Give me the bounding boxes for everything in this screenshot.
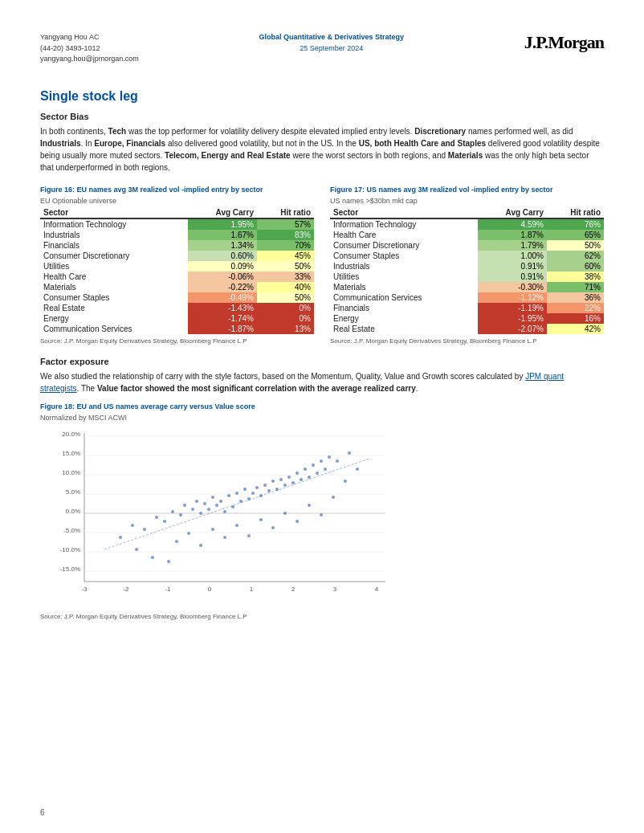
svg-point-76 [259, 518, 263, 521]
hit-ratio-cell: 62% [547, 251, 604, 261]
svg-text:4: 4 [375, 586, 379, 593]
sector-cell: Industrials [40, 230, 188, 240]
hit-ratio-cell: 13% [257, 324, 314, 334]
avg-carry-cell: 1.79% [478, 240, 547, 251]
svg-point-31 [171, 510, 174, 513]
hit-ratio-cell: 40% [257, 282, 314, 292]
avg-carry-cell: 0.60% [188, 251, 257, 261]
table-row: Communication Services-1.12%36% [330, 292, 604, 303]
sector-cell: Financials [40, 240, 188, 251]
sector-cell: Real Estate [330, 324, 478, 334]
f16-col-hit: Hit ratio [257, 207, 314, 218]
avg-carry-cell: -2.07% [478, 324, 547, 334]
svg-point-40 [215, 504, 218, 507]
sector-cell: Materials [330, 282, 478, 292]
table-row: Information Technology1.95%57% [40, 218, 314, 230]
svg-text:-1: -1 [165, 586, 171, 593]
table-row: Real Estate-2.07%42% [330, 324, 604, 334]
sector-cell: Energy [40, 313, 188, 324]
sector-cell: Real Estate [40, 303, 188, 313]
svg-point-78 [283, 512, 287, 515]
svg-point-29 [155, 516, 158, 519]
table-row: Financials-1.19%22% [330, 303, 604, 313]
department-name: Global Quantitative & Derivatives Strate… [259, 32, 404, 43]
table-row: Industrials0.91%60% [330, 261, 604, 272]
f17-col-avg: Avg Carry [478, 207, 547, 218]
hit-ratio-cell: 0% [257, 313, 314, 324]
svg-point-71 [199, 544, 202, 547]
svg-point-66 [320, 459, 323, 463]
svg-point-50 [255, 486, 259, 489]
avg-carry-cell: -1.43% [188, 303, 257, 313]
sector-cell: Consumer Staples [330, 251, 478, 261]
avg-carry-cell: -1.19% [478, 303, 547, 313]
f16-col-sector: Sector [40, 207, 188, 218]
sector-cell: Utilities [40, 261, 188, 272]
svg-point-30 [163, 520, 166, 523]
svg-point-63 [308, 476, 311, 479]
svg-point-54 [271, 480, 275, 483]
table-row: Real Estate-1.43%0% [40, 303, 314, 313]
svg-point-85 [167, 560, 170, 563]
svg-point-59 [291, 481, 295, 484]
table-row: Financials1.34%70% [40, 240, 314, 251]
section-title: Single stock leg [40, 89, 604, 104]
svg-point-47 [243, 488, 247, 491]
svg-point-41 [219, 500, 222, 503]
avg-carry-cell: -1.74% [188, 313, 257, 324]
table-row: Communication Services-1.87%13% [40, 324, 314, 334]
figure16-block: Figure 16: EU names avg 3M realized vol … [40, 186, 314, 345]
department-info: Global Quantitative & Derivatives Strate… [259, 32, 404, 54]
svg-point-77 [271, 526, 275, 529]
svg-point-58 [287, 476, 291, 479]
hit-ratio-cell: 60% [547, 261, 604, 272]
table-row: Consumer Discretionary1.79%50% [330, 240, 604, 251]
sector-bias-text: In both continents, Tech was the top per… [40, 125, 604, 174]
hit-ratio-cell: 42% [547, 324, 604, 334]
svg-point-61 [300, 478, 303, 481]
chart18-container: 20.0% 15.0% 10.0% 5.0% 0.0% -5.0% -10.0%… [40, 425, 393, 610]
svg-point-87 [135, 548, 138, 551]
hit-ratio-cell: 70% [257, 240, 314, 251]
svg-text:-3: -3 [81, 586, 88, 593]
avg-carry-cell: -1.95% [478, 313, 547, 324]
avg-carry-cell: 1.67% [188, 230, 257, 240]
hit-ratio-cell: 57% [257, 218, 314, 230]
svg-text:20.0%: 20.0% [62, 431, 80, 438]
svg-text:-2: -2 [123, 586, 129, 593]
sector-cell: Industrials [330, 261, 478, 272]
svg-point-52 [263, 484, 267, 487]
svg-point-84 [356, 468, 359, 471]
svg-text:1: 1 [250, 586, 254, 593]
svg-text:0: 0 [208, 586, 212, 593]
table-row: Health Care1.87%65% [330, 230, 604, 240]
svg-point-89 [336, 459, 339, 463]
table-row: Consumer Staples-0.49%50% [40, 292, 314, 303]
svg-point-39 [211, 496, 214, 499]
hit-ratio-cell: 83% [257, 230, 314, 240]
table-row: Health Care-0.06%33% [40, 272, 314, 282]
chart18-svg: 20.0% 15.0% 10.0% 5.0% 0.0% -5.0% -10.0%… [40, 425, 393, 610]
sector-cell: Consumer Staples [40, 292, 188, 303]
table-row: Utilities0.09%50% [40, 261, 314, 272]
svg-point-26 [119, 536, 122, 539]
hit-ratio-cell: 38% [547, 272, 604, 282]
svg-text:-15.0%: -15.0% [60, 566, 80, 573]
figure17-universe: US names >$30bn mkt cap [330, 197, 604, 205]
svg-text:0.0%: 0.0% [66, 508, 80, 515]
avg-carry-cell: 0.09% [188, 261, 257, 272]
sector-cell: Consumer Discretionary [40, 251, 188, 261]
avg-carry-cell: 1.87% [478, 230, 547, 240]
figures-row: Figure 16: EU names avg 3M realized vol … [40, 186, 604, 345]
table-row: Information Technology4.59%76% [330, 218, 604, 230]
svg-text:2: 2 [291, 586, 296, 593]
svg-point-65 [316, 472, 319, 475]
hit-ratio-cell: 36% [547, 292, 604, 303]
avg-carry-cell: 1.00% [478, 251, 547, 261]
chart18-subtitle: Normalized by MSCI ACWI [40, 414, 604, 422]
sector-cell: Health Care [330, 230, 478, 240]
svg-point-60 [296, 472, 299, 475]
figure16-universe: EU Optionable universe [40, 197, 314, 205]
svg-point-68 [328, 455, 331, 459]
svg-point-57 [283, 484, 287, 487]
